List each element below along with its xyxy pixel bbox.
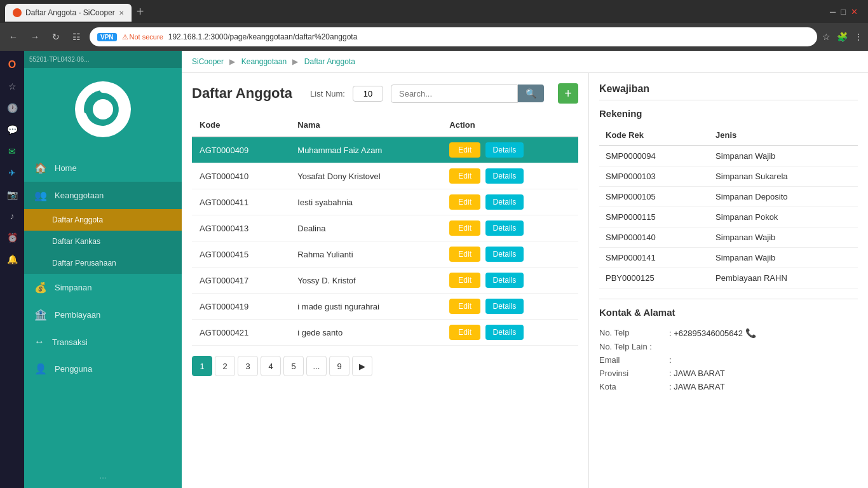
edit-button[interactable]: Edit (449, 299, 480, 314)
rekening-jenis: Simpanan Pokok (709, 207, 858, 227)
sidebar-more[interactable]: ... (24, 463, 182, 488)
cell-nama: Yosafat Dony Kristovel (290, 163, 442, 189)
list-num-label: List Num: (310, 89, 345, 98)
edit-button[interactable]: Edit (449, 168, 480, 184)
close-window-button[interactable]: ✕ (851, 7, 858, 17)
sidebar-item-pengguna[interactable]: 👤 Pengguna (24, 355, 182, 383)
rekening-row: SMP0000141 Simpanan Wajib (599, 248, 858, 268)
search-button[interactable]: 🔍 (518, 85, 544, 102)
logo-svg (74, 81, 132, 138)
cell-kode: AGT0000421 (192, 320, 290, 346)
sidebar-logo (24, 68, 182, 151)
cell-kode: AGT0000417 (192, 268, 290, 294)
extensions-icon[interactable]: 🧩 (837, 32, 848, 42)
search-input[interactable] (391, 85, 518, 103)
rekening-row: SMP0000115 Simpanan Pokok (599, 207, 858, 227)
logo-wrapper (74, 81, 132, 138)
breadcrumb-keanggotaan[interactable]: Keanggotaan (241, 57, 287, 66)
cell-kode: AGT0000413 (192, 215, 290, 241)
minimize-button[interactable]: ─ (830, 7, 836, 17)
edit-button[interactable]: Edit (449, 247, 480, 262)
table-row[interactable]: AGT0000417 Yossy D. Kristof Edit Details (192, 268, 578, 294)
cell-action: Edit Details (442, 320, 578, 346)
details-button[interactable]: Details (485, 168, 524, 184)
table-row[interactable]: AGT0000421 i gede santo Edit Details (192, 320, 578, 346)
back-button[interactable]: ← (5, 29, 22, 44)
table-row[interactable]: AGT0000411 Iesti syabahnia Edit Details (192, 189, 578, 215)
notification-icon[interactable]: 🔔 (3, 250, 21, 268)
cell-action: Edit Details (442, 163, 578, 189)
sidebar-item-pembiayaan[interactable]: 🏦 Pembiayaan (24, 301, 182, 329)
breadcrumb-daftar-anggota[interactable]: Daftar Anggota (304, 57, 355, 66)
messenger-icon[interactable]: 💬 (3, 121, 21, 139)
details-button[interactable]: Details (485, 325, 524, 340)
page-button[interactable]: 1 (192, 356, 212, 376)
table-row[interactable]: AGT0000419 i made gusti ngurahrai Edit D… (192, 294, 578, 320)
details-button[interactable]: Details (485, 247, 524, 262)
page-button[interactable]: 2 (215, 356, 235, 376)
sidebar-item-daftar-anggota[interactable]: Daftar Anggota (24, 209, 182, 231)
sidebar-nav: 🏠 Home 👥 Keanggotaan Daftar Anggota Daft… (24, 151, 182, 386)
music-icon[interactable]: ♪ (3, 207, 21, 225)
details-button[interactable]: Details (485, 142, 524, 158)
edit-button[interactable]: Edit (449, 194, 480, 210)
star-icon[interactable]: ☆ (3, 78, 21, 95)
page-button[interactable]: 3 (238, 356, 258, 376)
active-tab[interactable]: Daftar Anggota - SiCooper ✕ (5, 4, 132, 22)
sidebar-item-keanggotaan[interactable]: 👥 Keanggotaan (24, 182, 182, 209)
edit-button[interactable]: Edit (449, 273, 480, 288)
address-bar[interactable]: VPN ⚠ Not secure 192.168.1.2:3000/page/k… (90, 27, 817, 46)
details-button[interactable]: Details (485, 299, 524, 314)
pengguna-label: Pengguna (55, 364, 92, 374)
instagram-icon[interactable]: 📷 (3, 186, 21, 203)
rekening-row: SMP0000140 Simpanan Wajib (599, 227, 858, 248)
settings-icon[interactable]: ⋮ (854, 32, 863, 42)
edit-button[interactable]: Edit (449, 142, 480, 158)
sidebar-item-daftar-kankas[interactable]: Daftar Kankas (24, 231, 182, 252)
rekening-jenis: Pembiayaan RAHN (709, 268, 858, 288)
rekening-col-jenis: Jenis (709, 125, 858, 146)
edit-button[interactable]: Edit (449, 220, 480, 236)
whatsapp-icon[interactable]: ✉ (3, 142, 21, 160)
add-button[interactable]: + (558, 83, 578, 104)
details-button[interactable]: Details (485, 194, 524, 210)
cell-action: Edit Details (442, 294, 578, 320)
page-button[interactable]: 4 (261, 356, 281, 376)
edit-button[interactable]: Edit (449, 325, 480, 340)
history-icon[interactable]: 🕐 (3, 99, 21, 117)
transaksi-icon: ↔ (34, 336, 44, 348)
home-icon: 🏠 (34, 162, 47, 174)
rekening-kode: PBY0000125 (599, 268, 709, 288)
opera-icon[interactable]: O (3, 56, 21, 74)
page-button[interactable]: ... (306, 356, 327, 376)
tab-close-button[interactable]: ✕ (119, 10, 124, 17)
alarm-icon[interactable]: ⏰ (3, 229, 21, 247)
table-row[interactable]: AGT0000413 Dealina Edit Details (192, 215, 578, 241)
new-tab-button[interactable]: + (137, 4, 144, 19)
forward-button[interactable]: → (27, 29, 43, 44)
bookmark-icon[interactable]: ☆ (822, 32, 831, 42)
list-num-input[interactable] (353, 86, 383, 102)
telegram-icon[interactable]: ✈ (3, 164, 21, 182)
table-row[interactable]: AGT0000415 Rahma Yulianti Edit Details (192, 241, 578, 268)
sidebar-item-simpanan[interactable]: 💰 Simpanan (24, 274, 182, 301)
restore-button[interactable]: □ (841, 7, 846, 17)
sidebar-item-daftar-perusahaan[interactable]: Daftar Perusahaan (24, 252, 182, 274)
sidebar-item-transaksi[interactable]: ↔ Transaksi (24, 329, 182, 355)
next-page-button[interactable]: ▶ (352, 356, 372, 376)
warning-icon: ⚠ (122, 33, 128, 41)
contact-section: No. Telp : +62895346005642 📞 No. Telp La… (599, 328, 858, 391)
breadcrumb-sicooper[interactable]: SiCooper (192, 57, 224, 66)
table-row[interactable]: AGT0000409 Muhammad Faiz Azam Edit Detai… (192, 137, 578, 163)
breadcrumb-sep1: ▶ (229, 57, 235, 66)
table-row[interactable]: AGT0000410 Yosafat Dony Kristovel Edit D… (192, 163, 578, 189)
details-button[interactable]: Details (485, 220, 524, 236)
pembiayaan-icon: 🏦 (34, 309, 47, 321)
reload-button[interactable]: ↻ (48, 29, 64, 44)
page-button[interactable]: 9 (329, 356, 349, 376)
page-button[interactable]: 5 (283, 356, 304, 376)
home-nav-button[interactable]: ☷ (69, 29, 85, 44)
details-button[interactable]: Details (485, 273, 524, 288)
page-content: Daftar Anggota List Num: 🔍 + Kode Nama (182, 73, 868, 488)
sidebar-item-home[interactable]: 🏠 Home (24, 154, 182, 182)
